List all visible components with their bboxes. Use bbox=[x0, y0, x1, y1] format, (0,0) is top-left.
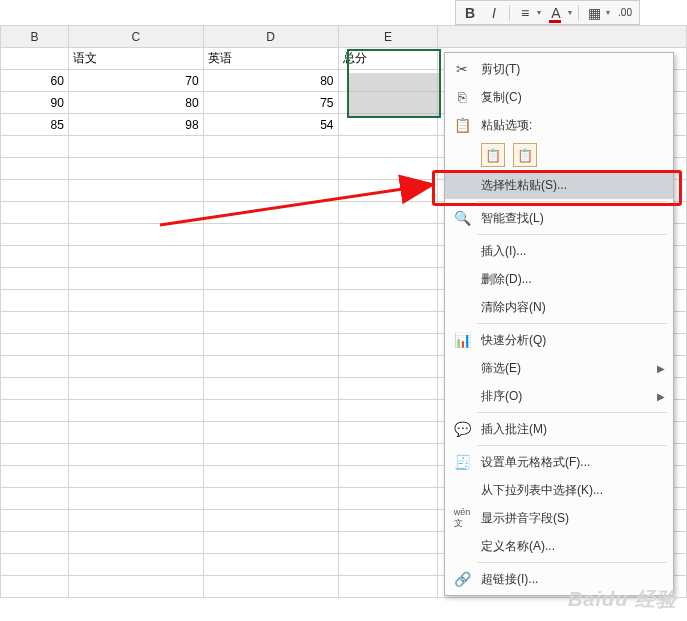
analysis-icon: 📊 bbox=[451, 330, 473, 350]
menu-separator bbox=[477, 412, 667, 413]
menu-label: 复制(C) bbox=[481, 89, 665, 106]
format-icon: 🧾 bbox=[451, 452, 473, 472]
cell[interactable]: 英语 bbox=[203, 48, 338, 70]
border-button[interactable]: ▦ bbox=[585, 4, 603, 22]
col-header-c[interactable]: C bbox=[68, 26, 203, 48]
paste-options-row: 📋 📋 bbox=[445, 139, 673, 171]
blank-icon bbox=[451, 241, 473, 261]
blank-icon bbox=[451, 269, 473, 289]
menu-label: 从下拉列表中选择(K)... bbox=[481, 482, 665, 499]
menu-filter[interactable]: 筛选(E) ▶ bbox=[445, 354, 673, 382]
separator bbox=[578, 5, 579, 21]
cell[interactable]: 语文 bbox=[68, 48, 203, 70]
search-icon: 🔍 bbox=[451, 208, 473, 228]
cell: 85 bbox=[1, 114, 69, 136]
menu-separator bbox=[477, 234, 667, 235]
blank-icon bbox=[451, 358, 473, 378]
blank-icon bbox=[451, 536, 473, 556]
menu-sort[interactable]: 排序(O) ▶ bbox=[445, 382, 673, 410]
cell[interactable]: 总分 bbox=[338, 48, 438, 70]
copy-icon: ⎘ bbox=[451, 87, 473, 107]
menu-label: 插入批注(M) bbox=[481, 421, 665, 438]
cell: 60 bbox=[1, 70, 69, 92]
menu-paste-options: 📋 粘贴选项: bbox=[445, 111, 673, 139]
scissors-icon: ✂ bbox=[451, 59, 473, 79]
decimal-button[interactable]: .00 bbox=[616, 4, 634, 22]
italic-button[interactable]: I bbox=[485, 4, 503, 22]
menu-label: 删除(D)... bbox=[481, 271, 665, 288]
menu-label: 显示拼音字段(S) bbox=[481, 510, 665, 527]
mini-toolbar: B I ≡ ▾ A ▾ ▦ ▾ .00 bbox=[455, 0, 640, 25]
menu-label: 定义名称(A)... bbox=[481, 538, 665, 555]
cell: 54 bbox=[203, 114, 338, 136]
menu-label: 剪切(T) bbox=[481, 61, 665, 78]
menu-label: 智能查找(L) bbox=[481, 210, 665, 227]
comment-icon: 💬 bbox=[451, 419, 473, 439]
font-color-button[interactable]: A bbox=[547, 4, 565, 22]
cell: 70 bbox=[68, 70, 203, 92]
menu-define-name[interactable]: 定义名称(A)... bbox=[445, 532, 673, 560]
cell: 98 bbox=[68, 114, 203, 136]
menu-separator bbox=[477, 562, 667, 563]
link-icon: 🔗 bbox=[451, 569, 473, 589]
cell: 80 bbox=[68, 92, 203, 114]
menu-label: 插入(I)... bbox=[481, 243, 665, 260]
menu-cut[interactable]: ✂ 剪切(T) bbox=[445, 55, 673, 83]
menu-label: 清除内容(N) bbox=[481, 299, 665, 316]
cell: 80 bbox=[203, 70, 338, 92]
pinyin-icon: wén文 bbox=[451, 508, 473, 528]
menu-separator bbox=[477, 445, 667, 446]
menu-clear[interactable]: 清除内容(N) bbox=[445, 293, 673, 321]
watermark: Baidu 经验 bbox=[568, 586, 677, 613]
menu-delete[interactable]: 删除(D)... bbox=[445, 265, 673, 293]
menu-label: 粘贴选项: bbox=[481, 117, 665, 134]
col-header-f[interactable] bbox=[438, 26, 687, 48]
submenu-arrow-icon: ▶ bbox=[657, 391, 665, 402]
menu-show-pinyin[interactable]: wén文 显示拼音字段(S) bbox=[445, 504, 673, 532]
align-button[interactable]: ≡ bbox=[516, 4, 534, 22]
context-menu: ✂ 剪切(T) ⎘ 复制(C) 📋 粘贴选项: 📋 📋 选择性粘贴(S)... … bbox=[444, 52, 674, 596]
menu-dropdown-pick[interactable]: 从下拉列表中选择(K)... bbox=[445, 476, 673, 504]
dropdown-arrow-icon[interactable]: ▾ bbox=[568, 8, 572, 17]
menu-label: 超链接(I)... bbox=[481, 571, 665, 588]
col-header-d[interactable]: D bbox=[203, 26, 338, 48]
menu-label: 设置单元格格式(F)... bbox=[481, 454, 665, 471]
menu-insert-comment[interactable]: 💬 插入批注(M) bbox=[445, 415, 673, 443]
menu-copy[interactable]: ⎘ 复制(C) bbox=[445, 83, 673, 111]
menu-insert[interactable]: 插入(I)... bbox=[445, 237, 673, 265]
menu-quick-analysis[interactable]: 📊 快速分析(Q) bbox=[445, 326, 673, 354]
bold-button[interactable]: B bbox=[461, 4, 479, 22]
menu-label: 快速分析(Q) bbox=[481, 332, 665, 349]
col-header-e[interactable]: E bbox=[338, 26, 438, 48]
dropdown-arrow-icon[interactable]: ▾ bbox=[606, 8, 610, 17]
menu-label: 筛选(E) bbox=[481, 360, 657, 377]
blank-icon bbox=[451, 297, 473, 317]
blank-icon bbox=[451, 480, 473, 500]
menu-smart-lookup[interactable]: 🔍 智能查找(L) bbox=[445, 204, 673, 232]
annotation-highlight-box bbox=[432, 170, 682, 206]
paste-option-values[interactable]: 📋 bbox=[513, 143, 537, 167]
menu-separator bbox=[477, 323, 667, 324]
dropdown-arrow-icon[interactable]: ▾ bbox=[537, 8, 541, 17]
clipboard-icon: 📋 bbox=[451, 115, 473, 135]
submenu-arrow-icon: ▶ bbox=[657, 363, 665, 374]
menu-label: 排序(O) bbox=[481, 388, 657, 405]
separator bbox=[509, 5, 510, 21]
paste-option-default[interactable]: 📋 bbox=[481, 143, 505, 167]
cell: 75 bbox=[203, 92, 338, 114]
cell: 90 bbox=[1, 92, 69, 114]
menu-format-cells[interactable]: 🧾 设置单元格格式(F)... bbox=[445, 448, 673, 476]
col-header-b[interactable]: B bbox=[1, 26, 69, 48]
blank-icon bbox=[451, 386, 473, 406]
